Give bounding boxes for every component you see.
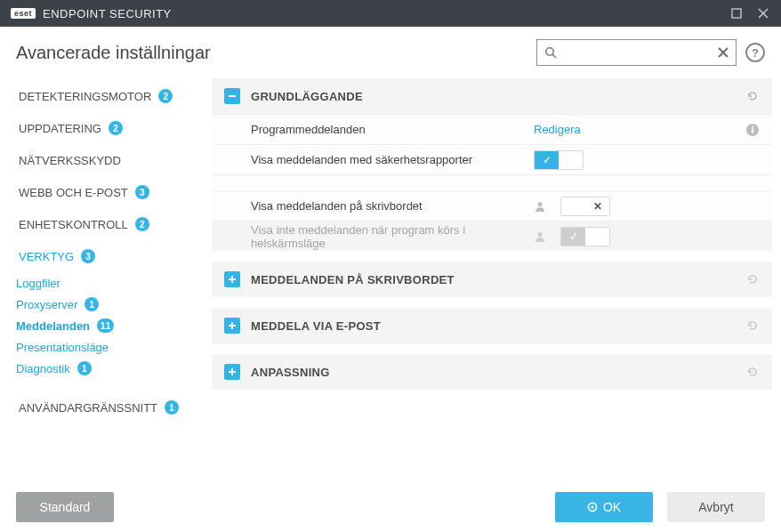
sidebar-badge: 1	[77, 361, 92, 375]
check-icon: ✓	[569, 230, 578, 243]
edit-link[interactable]: Redigera	[534, 123, 581, 136]
sidebar-sub-logfiles[interactable]: Loggfiler	[0, 272, 206, 294]
sidebar-badge: 2	[158, 89, 173, 103]
title-bar: eset ENDPOINT SECURITY	[0, 0, 781, 27]
default-button[interactable]: Standard	[16, 492, 114, 522]
svg-point-3	[546, 48, 553, 55]
panel-title: MEDDELANDEN PÅ SKRIVBORDET	[251, 273, 455, 286]
window-close-button[interactable]	[753, 3, 774, 24]
sidebar-item-device-control[interactable]: ENHETSKONTROLL 2	[0, 208, 206, 240]
svg-rect-16	[229, 325, 236, 326]
row-desktop-messages: Visa meddelanden på skrivbordet ✕	[212, 190, 772, 221]
brand: eset ENDPOINT SECURITY	[11, 7, 172, 20]
help-icon: ?	[752, 46, 759, 60]
toggle-show-reports[interactable]: ✓	[534, 150, 584, 170]
expand-icon	[224, 318, 240, 334]
undo-icon	[745, 89, 760, 103]
row-label: Visa meddelanden med säkerhetsrapporter	[251, 153, 534, 166]
panel-email: MEDDELA VIA E-POST	[212, 308, 772, 343]
panel-basic-header[interactable]: GRUNDLÄGGANDE	[212, 78, 772, 114]
window-maximize-button[interactable]	[726, 3, 747, 24]
gear-icon	[587, 502, 598, 512]
panel-reset-button[interactable]	[745, 318, 760, 333]
sidebar-sub-label: Diagnostik	[16, 362, 70, 375]
clear-search-icon[interactable]	[718, 47, 729, 58]
sidebar-item-tools[interactable]: VERKTYG 3	[0, 240, 206, 272]
sidebar-badge: 1	[85, 297, 99, 311]
row-fullscreen-suppress: Visa inte meddelanden när program körs i…	[212, 221, 772, 251]
sidebar: DETEKTERINGSMOTOR 2 UPPDATERING 2 NÄTVER…	[0, 75, 206, 480]
collapse-icon	[224, 88, 240, 104]
panel-title: ANPASSNING	[251, 366, 330, 379]
undo-icon	[745, 318, 760, 333]
sidebar-item-detection-engine[interactable]: DETEKTERINGSMOTOR 2	[0, 80, 206, 112]
row-show-reports: Visa meddelanden med säkerhetsrapporter …	[212, 144, 772, 174]
info-icon[interactable]	[745, 123, 760, 137]
panel-reset-button[interactable]	[745, 272, 760, 286]
panel-reset-button[interactable]	[745, 89, 760, 103]
help-button[interactable]: ?	[745, 43, 765, 62]
sidebar-badge: 3	[81, 249, 95, 263]
sidebar-item-label: ENHETSKONTROLL	[19, 218, 128, 231]
sidebar-item-label: VERKTYG	[19, 250, 74, 263]
row-label: Visa meddelanden på skrivbordet	[251, 199, 534, 213]
svg-point-10	[752, 125, 753, 127]
button-label: OK	[603, 500, 621, 514]
check-icon: ✓	[543, 154, 552, 166]
svg-rect-14	[229, 278, 236, 280]
button-label: Standard	[40, 500, 91, 514]
sidebar-badge: 11	[97, 318, 114, 333]
panel-basic: GRUNDLÄGGANDE Programmeddelanden Rediger…	[212, 78, 772, 251]
toggle-desktop-messages[interactable]: ✕	[560, 197, 610, 216]
search-icon	[544, 46, 557, 59]
expand-icon	[224, 364, 240, 380]
sidebar-sub-notifications[interactable]: Meddelanden 11	[0, 315, 206, 336]
sidebar-badge: 3	[135, 185, 149, 199]
user-icon	[534, 200, 546, 213]
sidebar-sub-diagnostics[interactable]: Diagnostik 1	[0, 358, 206, 379]
sidebar-item-label: WEBB OCH E-POST	[19, 186, 128, 199]
sidebar-sub-proxy[interactable]: Proxyserver 1	[0, 294, 206, 315]
row-app-messages: Programmeddelanden Redigera	[212, 114, 772, 144]
sidebar-item-web-email[interactable]: WEBB OCH E-POST 3	[0, 176, 206, 208]
x-icon: ✕	[593, 200, 602, 213]
panel-email-header[interactable]: MEDDELA VIA E-POST	[212, 308, 772, 343]
cancel-button[interactable]: Avbryt	[667, 492, 765, 522]
sidebar-sub-label: Meddelanden	[16, 319, 90, 333]
svg-rect-0	[732, 9, 741, 18]
sidebar-item-ui[interactable]: ANVÄNDARGRÄNSSNITT 1	[0, 391, 206, 423]
search-input[interactable]	[557, 45, 718, 60]
sidebar-item-label: ANVÄNDARGRÄNSSNITT	[19, 401, 157, 415]
maximize-icon	[731, 8, 742, 19]
sidebar-badge: 2	[109, 121, 123, 135]
panel-title: MEDDELA VIA E-POST	[251, 319, 381, 333]
search-box[interactable]	[536, 39, 737, 66]
svg-rect-9	[752, 128, 753, 133]
svg-point-20	[591, 505, 593, 508]
panel-custom: ANPASSNING	[212, 354, 772, 390]
panel-custom-header[interactable]: ANPASSNING	[212, 354, 772, 390]
row-label: Programmeddelanden	[251, 123, 534, 136]
user-icon	[534, 230, 546, 243]
toggle-fullscreen-suppress: ✓	[560, 227, 610, 246]
sidebar-item-network[interactable]: NÄTVERKSSKYDD	[0, 144, 206, 176]
sidebar-sublist: Loggfiler Proxyserver 1 Meddelanden 11 P…	[0, 272, 206, 379]
page-title: Avancerade inställningar	[16, 43, 211, 63]
expand-icon	[224, 271, 240, 287]
brand-text: ENDPOINT SECURITY	[43, 7, 172, 20]
ok-button[interactable]: OK	[555, 492, 653, 522]
svg-rect-7	[229, 95, 236, 97]
row-label: Visa inte meddelanden när program körs i…	[251, 223, 534, 250]
svg-rect-18	[229, 371, 236, 373]
sidebar-item-update[interactable]: UPPDATERING 2	[0, 112, 206, 144]
svg-point-11	[537, 201, 542, 206]
panel-desktop-header[interactable]: MEDDELANDEN PÅ SKRIVBORDET	[212, 262, 772, 297]
sidebar-badge: 2	[135, 217, 149, 231]
brand-badge: eset	[11, 8, 36, 19]
svg-line-4	[552, 54, 556, 58]
sidebar-item-label: UPPDATERING	[19, 122, 101, 135]
panel-title: GRUNDLÄGGANDE	[251, 90, 363, 103]
panel-reset-button[interactable]	[745, 365, 760, 379]
button-label: Avbryt	[698, 500, 733, 514]
sidebar-sub-presentation[interactable]: Presentationsläge	[0, 336, 206, 358]
